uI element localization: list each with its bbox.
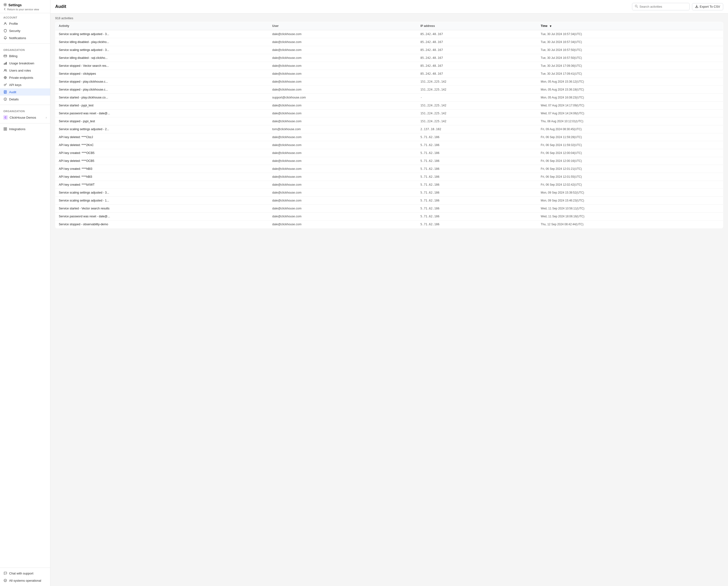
cell-activity: Service started - pypi_test <box>55 101 269 109</box>
cell-activity: Service password was reset - dale@... <box>55 212 269 220</box>
svg-rect-12 <box>4 127 5 129</box>
search-box[interactable] <box>632 3 690 10</box>
sidebar-item-notifications[interactable]: Notifications <box>0 34 50 42</box>
table-row[interactable]: Service password was reset - dale@... da… <box>55 212 723 220</box>
export-csv-button[interactable]: Export To CSV <box>692 3 723 10</box>
search-input[interactable] <box>640 5 687 8</box>
svg-point-0 <box>5 4 6 5</box>
cell-time: Fri, 06 Sep 2024 12:01:55(UTC) <box>538 173 723 180</box>
table-row[interactable]: API key deleted: ****CbzJ dale@clickhous… <box>55 133 723 141</box>
cell-user: dale@clickhouse.com <box>269 109 417 117</box>
svg-point-16 <box>4 579 7 582</box>
sidebar-item-label: Usage breakdown <box>9 62 34 65</box>
cell-activity: Service stopped - pypi_test <box>55 117 269 125</box>
table-row[interactable]: Service scaling settings adjusted - 3...… <box>55 30 723 38</box>
cell-time: Tue, 30 Jul 2024 16:57:34(UTC) <box>538 38 723 46</box>
sidebar-item-chat-support[interactable]: Chat with support <box>0 570 50 577</box>
table-row[interactable]: API key created: ****hBl3 dale@clickhous… <box>55 165 723 173</box>
table-header: Activity User IP address Time ▼ <box>55 22 723 30</box>
svg-rect-13 <box>5 127 7 129</box>
table-row[interactable]: Service started - Vector search results … <box>55 204 723 212</box>
svg-point-7 <box>6 70 6 70</box>
sidebar-item-profile[interactable]: Profile <box>0 20 50 27</box>
sidebar-item-api-keys[interactable]: API keys <box>0 81 50 89</box>
search-icon <box>635 5 638 9</box>
col-ip-address[interactable]: IP address <box>417 22 538 30</box>
table-row[interactable]: Service scaling settings adjusted - 1...… <box>55 196 723 204</box>
table-row[interactable]: Service idling disabled - sql.clickho...… <box>55 54 723 62</box>
cell-activity: Service stopped - play.clickhouse.c... <box>55 78 269 86</box>
return-link[interactable]: Return to your service view <box>3 8 47 11</box>
cell-ip: 5.71.62.186 <box>417 157 538 165</box>
table-container: Activity User IP address Time ▼ Service … <box>50 22 728 586</box>
cell-user: dale@clickhouse.com <box>269 78 417 86</box>
sidebar-item-private-endpoints[interactable]: Private endpoints <box>0 74 50 81</box>
sidebar-item-label: Notifications <box>9 36 26 40</box>
table-row[interactable]: Service stopped - pypi_test dale@clickho… <box>55 117 723 125</box>
col-activity[interactable]: Activity <box>55 22 269 30</box>
table-row[interactable]: Service scaling settings adjusted - 3...… <box>55 46 723 54</box>
cell-ip: 5.71.62.186 <box>417 196 538 204</box>
table-row[interactable]: Service scaling settings adjusted - 3...… <box>55 189 723 196</box>
table-row[interactable]: Service idling disabled - play.clickho..… <box>55 38 723 46</box>
cell-ip: 5.71.62.186 <box>417 180 538 189</box>
cell-time: Fri, 06 Sep 2024 12:02:42(UTC) <box>538 180 723 189</box>
org-icon: C <box>3 115 8 120</box>
table-row[interactable]: Service scaling settings adjusted - 2...… <box>55 125 723 133</box>
cell-activity: Service scaling settings adjusted - 1... <box>55 196 269 204</box>
table-row[interactable]: API key deleted: ****OCB5 dale@clickhous… <box>55 157 723 165</box>
cell-ip: 5.71.62.186 <box>417 220 538 228</box>
table-row[interactable]: API key created: ****bXWT dale@clickhous… <box>55 180 723 189</box>
cell-ip: 85.242.48.167 <box>417 70 538 78</box>
sidebar-item-billing[interactable]: Billing <box>0 52 50 59</box>
cell-ip: 5.71.62.186 <box>417 141 538 149</box>
cell-user: dale@clickhouse.com <box>269 173 417 180</box>
sidebar-item-security[interactable]: Security <box>0 27 50 34</box>
col-user[interactable]: User <box>269 22 417 30</box>
svg-rect-3 <box>4 64 5 65</box>
sidebar-item-users-and-roles[interactable]: Users and roles <box>0 67 50 74</box>
cell-time: Tue, 30 Jul 2024 17:09:41(UTC) <box>538 70 723 78</box>
sidebar-item-clickhouse-demos[interactable]: C ClickHouse Demos › <box>0 114 50 121</box>
sidebar-item-integrations[interactable]: Integrations <box>0 125 50 132</box>
svg-rect-2 <box>4 55 7 57</box>
profile-icon <box>3 22 7 25</box>
cell-ip: 151.224.225.142 <box>417 117 538 125</box>
users-icon <box>3 69 7 72</box>
private-endpoints-icon <box>3 76 7 79</box>
cell-user: dale@clickhouse.com <box>269 141 417 149</box>
cell-user: dale@clickhouse.com <box>269 30 417 38</box>
page-title: Audit <box>55 4 66 9</box>
cell-activity: Service idling disabled - sql.clickho... <box>55 54 269 62</box>
sort-down-icon: ▼ <box>549 24 552 28</box>
cell-ip: 151.224.225.142 <box>417 101 538 109</box>
cell-ip: 5.71.62.186 <box>417 165 538 173</box>
chat-icon <box>3 571 7 575</box>
col-time[interactable]: Time ▼ <box>538 22 723 30</box>
cell-user: dale@clickhouse.com <box>269 157 417 165</box>
security-icon <box>3 29 7 33</box>
table-row[interactable]: Service stopped - play.clickhouse.c... d… <box>55 86 723 93</box>
table-row[interactable]: Service started - pypi_test dale@clickho… <box>55 101 723 109</box>
table-row[interactable]: Service password was reset - dale@... da… <box>55 109 723 117</box>
table-row[interactable]: Service stopped - play.clickhouse.c... d… <box>55 78 723 86</box>
cell-activity: Service stopped - clickpipes <box>55 70 269 78</box>
usage-icon <box>3 61 7 65</box>
table-row[interactable]: Service stopped - observability-demo dal… <box>55 220 723 228</box>
table-row[interactable]: Service started - play.clickhouse.co... … <box>55 93 723 101</box>
table-row[interactable]: Service stopped - Vector search res... d… <box>55 62 723 70</box>
sidebar-item-details[interactable]: Details <box>0 96 50 103</box>
cell-time: Mon, 09 Sep 2024 15:39:52(UTC) <box>538 189 723 196</box>
sidebar-item-audit[interactable]: Audit <box>0 89 50 96</box>
table-row[interactable]: API key deleted: ****2KnC dale@clickhous… <box>55 141 723 149</box>
table-row[interactable]: API key deleted: ****hBl3 dale@clickhous… <box>55 173 723 180</box>
cell-time: Thu, 08 Aug 2024 10:12:01(UTC) <box>538 117 723 125</box>
table-row[interactable]: API key created: ****OCB5 dale@clickhous… <box>55 149 723 157</box>
notifications-icon <box>3 36 7 40</box>
cell-user: dale@clickhouse.com <box>269 212 417 220</box>
cell-ip: 5.71.62.186 <box>417 189 538 196</box>
table-row[interactable]: Service stopped - clickpipes dale@clickh… <box>55 70 723 78</box>
export-icon <box>695 5 698 9</box>
sidebar-item-all-systems[interactable]: All systems operational <box>0 577 50 584</box>
sidebar-item-usage-breakdown[interactable]: Usage breakdown <box>0 59 50 67</box>
